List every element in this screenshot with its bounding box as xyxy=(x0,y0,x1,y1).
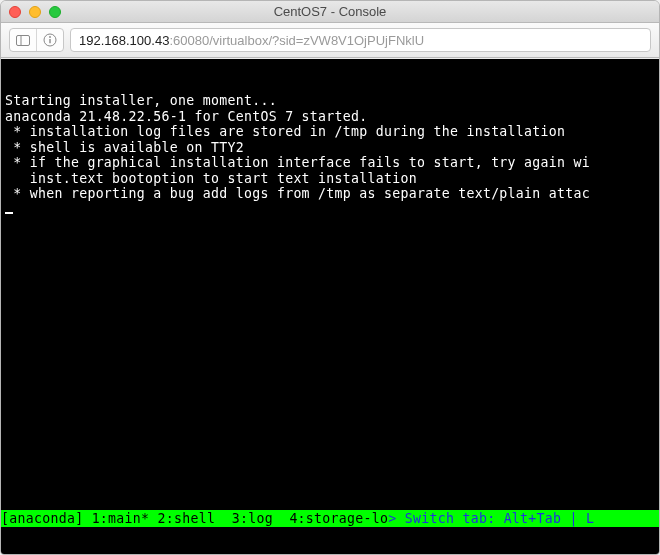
console-area[interactable]: Starting installer, one moment... anacon… xyxy=(1,59,659,554)
svg-rect-0 xyxy=(17,35,30,45)
sidebar-icon xyxy=(16,35,30,46)
status-bar: [anaconda] 1:main* 2:shell 3:log 4:stora… xyxy=(1,510,659,527)
nav-button-group xyxy=(9,28,64,52)
titlebar[interactable]: CentOS7 - Console xyxy=(1,1,659,23)
info-button[interactable] xyxy=(37,29,63,51)
window-title: CentOS7 - Console xyxy=(1,4,659,19)
console-line: inst.text bootoption to start text insta… xyxy=(5,171,417,186)
app-window: CentOS7 - Console 192.168.100.43:60080/v… xyxy=(0,0,660,555)
status-sep: > xyxy=(388,511,396,527)
address-bar[interactable]: 192.168.100.43:60080/virtualbox/?sid=zVW… xyxy=(70,28,651,52)
zoom-button[interactable] xyxy=(49,6,61,18)
console-line: * installation log files are stored in /… xyxy=(5,124,565,139)
address-path: :60080/virtualbox/?sid=zVW8V1OjPUjFNklU xyxy=(169,33,424,48)
text-cursor xyxy=(5,212,13,214)
console-output: Starting installer, one moment... anacon… xyxy=(5,93,659,217)
console-line: anaconda 21.48.22.56-1 for CentOS 7 star… xyxy=(5,109,368,124)
console-line: Starting installer, one moment... xyxy=(5,93,277,108)
console-line: * when reporting a bug add logs from /tm… xyxy=(5,186,590,201)
svg-point-3 xyxy=(49,36,51,38)
address-host: 192.168.100.43 xyxy=(79,33,169,48)
status-hint: Switch tab: Alt+Tab | L xyxy=(397,511,595,527)
status-left: [anaconda] 1:main* 2:shell 3:log 4:stora… xyxy=(1,511,388,527)
info-icon xyxy=(43,33,57,47)
traffic-lights xyxy=(1,6,61,18)
svg-rect-4 xyxy=(49,39,50,43)
close-button[interactable] xyxy=(9,6,21,18)
sidebar-toggle-button[interactable] xyxy=(10,29,36,51)
toolbar: 192.168.100.43:60080/virtualbox/?sid=zVW… xyxy=(1,23,659,58)
minimize-button[interactable] xyxy=(29,6,41,18)
console-line: * if the graphical installation interfac… xyxy=(5,155,590,170)
console-line: * shell is available on TTY2 xyxy=(5,140,244,155)
